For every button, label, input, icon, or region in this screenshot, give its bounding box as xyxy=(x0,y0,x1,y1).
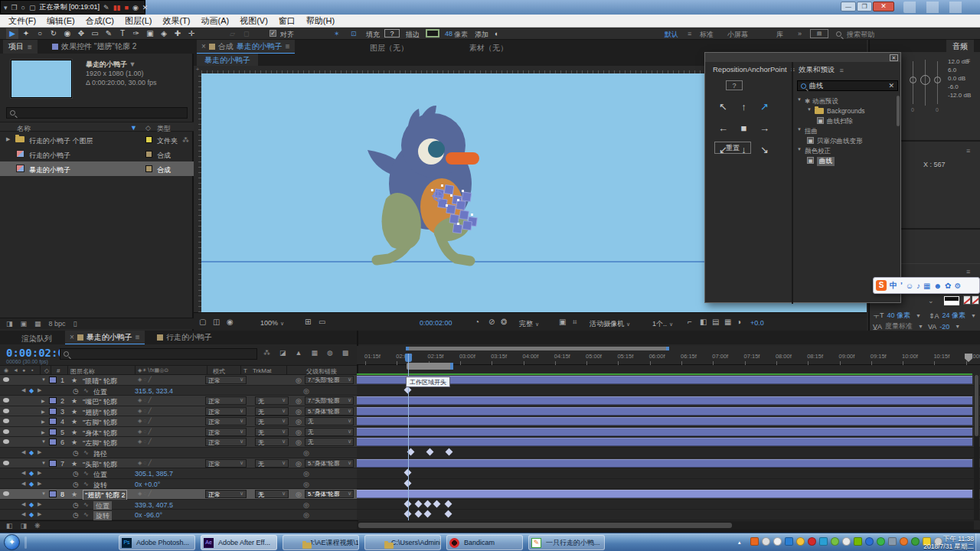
anchor-arrow-4[interactable]: ■ xyxy=(733,119,754,140)
prev-keyframe-icon[interactable]: ◀ xyxy=(21,387,25,393)
mode-select[interactable]: 正常∨ xyxy=(205,417,247,425)
project-row[interactable]: 暴走的小鸭子合成 xyxy=(0,161,194,176)
stroke-swatch[interactable] xyxy=(426,29,439,37)
twirl-icon[interactable]: ▼ xyxy=(41,377,46,382)
preset-tree-item[interactable]: ▦曲线 xyxy=(795,155,898,165)
property-lane[interactable] xyxy=(357,468,980,479)
snap-checkbox[interactable]: ✓ xyxy=(270,30,276,37)
expression-icon[interactable]: ◎ xyxy=(303,511,309,519)
layer-lane[interactable] xyxy=(357,427,980,438)
taskbar-button-bandicam[interactable]: Bandicam xyxy=(446,535,523,550)
anchor-help-button[interactable]: ? xyxy=(726,80,743,90)
keyframe-toggle-icon[interactable]: ◆ xyxy=(29,449,34,456)
maximize-button[interactable]: ❐ xyxy=(857,2,872,11)
pickwhip-icon[interactable]: ◎ xyxy=(296,408,302,416)
workspace-标准[interactable]: 标准 xyxy=(700,30,714,40)
hand-tool[interactable]: ✦ xyxy=(20,28,32,39)
project-row[interactable]: ▶行走的小鸭子 个图层文件夹⁂ xyxy=(0,132,194,147)
panel-menu-icon[interactable]: ≡ xyxy=(286,42,290,51)
parent-select[interactable]: 无∨ xyxy=(305,417,354,425)
keyframe-toggle-icon[interactable]: ◆ xyxy=(29,501,34,508)
twirl-icon[interactable]: ▶ xyxy=(41,429,45,435)
eye-icon[interactable] xyxy=(3,429,9,434)
layer-row[interactable]: ▼1★"眼睛" 轮廓◈ ◌ ╱正常∨◎7."头部"轮廓∨ xyxy=(0,375,357,386)
label-column-icon[interactable]: ◇ xyxy=(145,124,151,132)
parent-select[interactable]: 7."头部"轮廓∨ xyxy=(305,376,354,384)
bandicam-menu-icon[interactable]: ▾ xyxy=(4,4,8,11)
mode-select[interactable]: 正常∨ xyxy=(205,428,247,436)
active-camera-select[interactable]: 活动摄像机∨ xyxy=(590,319,630,329)
bandicam-zoom-icon[interactable]: ○ xyxy=(21,4,25,11)
layer-lane[interactable] xyxy=(357,375,980,386)
no-fill-swatch[interactable] xyxy=(963,295,971,305)
preset-tree-item[interactable]: ▼✱动画预设 xyxy=(795,96,898,106)
panel-menu-icon[interactable]: ≡ xyxy=(840,67,844,74)
mode-select[interactable]: 正常∨ xyxy=(205,407,247,416)
eye-icon[interactable] xyxy=(3,398,9,403)
menu-item-3[interactable]: 合成(C) xyxy=(80,14,119,28)
keyframe-icon[interactable] xyxy=(426,448,434,456)
swatch-chevron-icon[interactable]: ⌄ xyxy=(928,297,934,305)
transparency-grid-icon[interactable]: ▦ xyxy=(724,318,731,326)
emoji-icon[interactable]: ☺ xyxy=(906,282,913,290)
snapshot-icon[interactable]: ◫ xyxy=(213,318,220,326)
eye-icon[interactable] xyxy=(3,439,9,444)
keyframe-toggle-icon[interactable]: ◆ xyxy=(29,387,34,394)
layer-row[interactable]: ▶5★"身体" 轮廓◈ ◌ ╱正常∨无∨◎无∨ xyxy=(0,427,357,438)
sogou-input-bar[interactable]: S中’☺♪▦☻✿⚙ xyxy=(873,277,980,294)
stopwatch-icon[interactable]: ◷ xyxy=(73,511,79,519)
parent-select[interactable]: 5."身体"轮廓∨ xyxy=(305,407,354,416)
graph-icon[interactable]: ∿ xyxy=(83,470,89,477)
next-keyframe-icon[interactable]: ▶ xyxy=(38,470,41,476)
presets-scrollbar[interactable] xyxy=(897,96,900,126)
layer-lane[interactable] xyxy=(357,489,980,500)
layer-duration-bar[interactable] xyxy=(357,428,972,436)
bandicam-target-icon[interactable]: ❐ xyxy=(11,4,18,11)
layer-lane[interactable] xyxy=(357,416,980,427)
layer-color-swatch[interactable] xyxy=(49,418,57,425)
sort-icon[interactable]: ▼ xyxy=(130,124,137,132)
item-label[interactable]: 曲线 xyxy=(817,157,835,166)
eye-icon[interactable] xyxy=(3,419,9,423)
bandicam-close-icon[interactable]: ✕ xyxy=(142,4,149,11)
audio-knob-main[interactable] xyxy=(920,75,930,85)
punctuation-icon[interactable]: ’ xyxy=(900,282,903,290)
workspace-库[interactable]: 库 xyxy=(776,30,783,40)
bandicam-region-icon[interactable]: ▢ xyxy=(29,4,36,11)
layer-duration-bar[interactable] xyxy=(357,396,972,405)
parent-select[interactable]: 7."头部"轮廓∨ xyxy=(305,396,354,405)
layer-lane[interactable] xyxy=(357,406,980,417)
workspace-默认[interactable]: 默认 xyxy=(665,30,678,40)
fill-swatch[interactable]: ? xyxy=(384,29,400,37)
menu-item-8[interactable]: 窗口 xyxy=(273,14,301,28)
label-color[interactable] xyxy=(145,136,152,143)
tray-icon[interactable] xyxy=(785,537,793,546)
resolution-select[interactable]: 完整∨ xyxy=(519,319,539,329)
item-label[interactable]: Backgrounds xyxy=(827,107,865,115)
frame-blend-toggle-icon[interactable]: ◧ xyxy=(6,522,13,530)
leading-value[interactable]: 24 像素 xyxy=(942,311,966,321)
twirl-icon[interactable]: ▶ xyxy=(41,419,45,424)
view-layout-select[interactable]: 1个..∨ xyxy=(652,319,673,329)
show-desktop-button[interactable] xyxy=(975,533,980,551)
lang-chinese-icon[interactable]: 中 xyxy=(890,280,897,291)
next-keyframe-icon[interactable]: ▶ xyxy=(38,481,41,487)
property-row[interactable]: ◀◆▶◷∿路径◎ xyxy=(0,448,357,458)
mode-select[interactable]: 正常∨ xyxy=(205,438,247,446)
tray-icon[interactable] xyxy=(888,537,897,546)
motion-blur-toggle-icon[interactable]: ◨ xyxy=(21,522,28,530)
keyboard-icon[interactable]: ▦ xyxy=(923,282,930,290)
tray-expand-icon[interactable]: ▴ xyxy=(738,540,741,546)
keyframe-icon[interactable] xyxy=(433,500,441,507)
snap-options-icon[interactable]: ✶ xyxy=(334,30,340,37)
work-area-end-handle[interactable] xyxy=(666,347,669,350)
tab-effect-controls[interactable]: 效果控件 "翅膀"轮廓 2 xyxy=(52,40,136,54)
taskbar-clock[interactable]: 下午 11:382018/7/31 星期二 xyxy=(922,535,974,550)
graph-icon[interactable]: ∿ xyxy=(83,481,89,487)
minimize-button[interactable]: — xyxy=(841,2,856,11)
layer-switches[interactable]: ◈ ◌ ╱ xyxy=(138,408,152,414)
taskbar-button-notes[interactable]: ✎一只行走的小鸭... xyxy=(528,535,605,550)
keyframe-icon[interactable] xyxy=(424,500,432,507)
pixel-aspect-icon[interactable]: ⌗ xyxy=(573,318,577,327)
tab-footage[interactable]: 素材（无） xyxy=(469,43,508,54)
